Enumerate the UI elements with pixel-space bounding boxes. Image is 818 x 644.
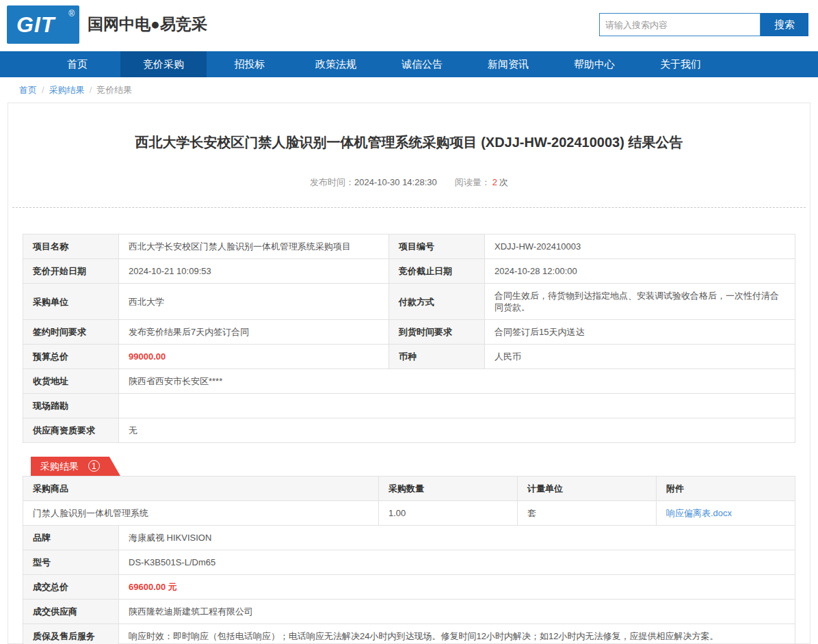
nav-item-bidding-procurement[interactable]: 竞价采购 — [120, 51, 207, 77]
field-label: 预算总价 — [23, 345, 119, 369]
field-value: 2024-10-28 12:00:00 — [485, 259, 795, 284]
field-value: 海康威视 HIKVISION — [119, 526, 795, 550]
field-value: 西北大学 — [119, 284, 389, 320]
field-value: 发布竞价结果后7天内签订合同 — [119, 320, 389, 345]
site-header: GIT ® 国网中电●易竞采 搜索 — [0, 0, 818, 51]
table-header-row: 采购商品 采购数量 计量单位 附件 — [23, 477, 795, 501]
publish-meta: 发布时间：2024-10-30 14:28:30阅读量：2次 — [8, 176, 810, 189]
field-label: 项目编号 — [389, 234, 485, 259]
field-label: 项目名称 — [23, 234, 119, 259]
table-row: 成交供应商 陕西隆乾迪斯建筑工程有限公司 — [23, 600, 795, 624]
result-detail-table: 品牌 海康威视 HIKVISION 型号 DS-K3B501S-L/Dm65 成… — [23, 525, 795, 644]
table-row: 品牌 海康威视 HIKVISION — [23, 526, 795, 550]
field-label: 到货时间要求 — [389, 320, 485, 345]
breadcrumb-bidding-results: 竞价结果 — [96, 84, 132, 96]
registered-trademark-icon: ® — [68, 9, 75, 18]
field-label: 质保及售后服务 — [23, 624, 119, 644]
field-value — [119, 394, 795, 418]
field-label: 签约时间要求 — [23, 320, 119, 345]
field-value: 西北大学长安校区门禁人脸识别一体机管理系统采购项目 — [119, 234, 389, 259]
search-input[interactable] — [599, 13, 761, 36]
field-label: 成交供应商 — [23, 600, 119, 624]
table-row: 项目名称 西北大学长安校区门禁人脸识别一体机管理系统采购项目 项目编号 XDJJ… — [23, 234, 795, 259]
table-row: 供应商资质要求 无 — [23, 418, 795, 443]
nav-item-home[interactable]: 首页 — [34, 51, 120, 77]
field-label: 型号 — [23, 550, 119, 575]
result-product-table: 采购商品 采购数量 计量单位 附件 门禁人脸识别一体机管理系统 1.00 套 响… — [23, 476, 795, 526]
nav-item-policies[interactable]: 政策法规 — [293, 51, 379, 77]
attachment-link[interactable]: 响应偏离表.docx — [666, 508, 732, 518]
column-header: 附件 — [657, 477, 795, 501]
page-title: 西北大学长安校区门禁人脸识别一体机管理系统采购项目 (XDJJ-HW-20241… — [8, 103, 810, 152]
breadcrumb: 首页 / 采购结果 / 竞价结果 — [0, 77, 818, 103]
field-value: 2024-10-21 10:09:53 — [119, 259, 389, 284]
search-bar: 搜索 — [599, 13, 808, 36]
field-label: 现场踏勘 — [23, 394, 119, 418]
nav-item-help-center[interactable]: 帮助中心 — [551, 51, 637, 77]
views-label: 阅读量： — [455, 177, 490, 187]
column-header: 采购数量 — [379, 477, 518, 501]
table-row: 型号 DS-K3B501S-L/Dm65 — [23, 550, 795, 575]
field-value: XDJJ-HW-202410003 — [485, 234, 795, 259]
field-label: 竞价截止日期 — [389, 259, 485, 284]
column-header: 计量单位 — [518, 477, 657, 501]
field-value: 陕西省西安市长安区**** — [119, 369, 795, 394]
breadcrumb-separator: / — [90, 85, 92, 95]
table-row: 预算总价 99000.00 币种 人民币 — [23, 345, 795, 369]
field-value: 无 — [119, 418, 795, 443]
column-header: 采购商品 — [23, 477, 379, 501]
field-value: 合同生效后，待货物到达指定地点、安装调试验收合格后，一次性付清合同货款。 — [485, 284, 795, 320]
field-label: 竞价开始日期 — [23, 259, 119, 284]
badge-label: 采购结果 — [40, 461, 79, 472]
project-info-table: 项目名称 西北大学长安校区门禁人脸识别一体机管理系统采购项目 项目编号 XDJJ… — [23, 234, 795, 443]
git-logo-text: GIT — [16, 12, 55, 38]
table-row: 签约时间要求 发布竞价结果后7天内签订合同 到货时间要求 合同签订后15天内送达 — [23, 320, 795, 345]
table-row: 质保及售后服务 响应时效：即时响应（包括电话响应）；电话响应无法解决24小时内到… — [23, 624, 795, 644]
nav-item-tendering[interactable]: 招投标 — [207, 51, 293, 77]
deal-total-price: 69600.00 元 — [119, 575, 795, 600]
field-value: 陕西隆乾迪斯建筑工程有限公司 — [119, 600, 795, 624]
breadcrumb-home[interactable]: 首页 — [19, 84, 37, 96]
table-row: 门禁人脸识别一体机管理系统 1.00 套 响应偏离表.docx — [23, 501, 795, 526]
table-row: 成交总价 69600.00 元 — [23, 575, 795, 600]
git-logo: GIT ® — [7, 5, 79, 44]
table-row: 收货地址 陕西省西安市长安区**** — [23, 369, 795, 394]
field-label: 付款方式 — [389, 284, 485, 320]
product-quantity: 1.00 — [379, 501, 518, 526]
breadcrumb-procurement-results[interactable]: 采购结果 — [49, 84, 85, 96]
publish-time-label: 发布时间： — [310, 177, 354, 187]
field-label: 收货地址 — [23, 369, 119, 394]
announcement-card: 西北大学长安校区门禁人脸识别一体机管理系统采购项目 (XDJJ-HW-20241… — [8, 103, 810, 644]
field-label: 成交总价 — [23, 575, 119, 600]
field-value: DS-K3B501S-L/Dm65 — [119, 550, 795, 575]
procurement-result-badge: 采购结果 1 — [31, 457, 120, 476]
field-label: 品牌 — [23, 526, 119, 550]
field-label: 币种 — [389, 345, 485, 369]
product-name: 门禁人脸识别一体机管理系统 — [23, 501, 379, 526]
nav-item-about-us[interactable]: 关于我们 — [637, 51, 724, 77]
field-label: 供应商资质要求 — [23, 418, 119, 443]
views-count: 2 — [492, 177, 497, 187]
main-nav: 首页 竞价采购 招投标 政策法规 诚信公告 新闻资讯 帮助中心 关于我们 — [0, 51, 818, 77]
field-value: 合同签订后15天内送达 — [485, 320, 795, 345]
table-row: 竞价开始日期 2024-10-21 10:09:53 竞价截止日期 2024-1… — [23, 259, 795, 284]
breadcrumb-separator: / — [42, 85, 44, 95]
field-label: 采购单位 — [23, 284, 119, 320]
publish-time-value: 2024-10-30 14:28:30 — [354, 177, 437, 187]
table-row: 采购单位 西北大学 付款方式 合同生效后，待货物到达指定地点、安装调试验收合格后… — [23, 284, 795, 320]
nav-item-news[interactable]: 新闻资讯 — [465, 51, 551, 77]
search-button[interactable]: 搜索 — [761, 13, 808, 36]
site-name: 国网中电●易竞采 — [88, 14, 207, 35]
table-row: 现场踏勘 — [23, 394, 795, 418]
dashed-divider — [12, 207, 806, 208]
nav-item-integrity-notices[interactable]: 诚信公告 — [379, 51, 465, 77]
field-value: 响应时效：即时响应（包括电话响应）；电话响应无法解决24小时内到达现场。修复时间… — [119, 624, 795, 644]
budget-total-value: 99000.00 — [119, 345, 389, 369]
field-value: 人民币 — [485, 345, 795, 369]
badge-count: 1 — [88, 460, 100, 472]
views-unit: 次 — [499, 177, 508, 187]
product-unit: 套 — [518, 501, 657, 526]
